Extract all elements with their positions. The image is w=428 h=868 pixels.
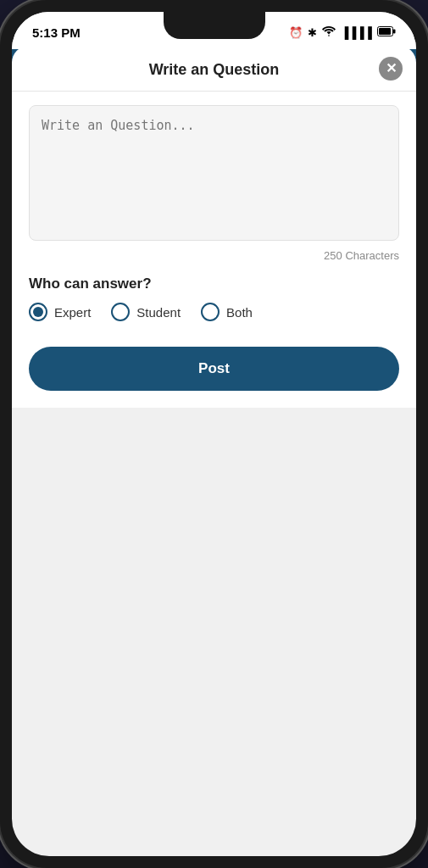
radio-student-label: Student — [136, 305, 181, 320]
radio-both-label: Both — [226, 305, 253, 320]
who-can-answer-label: Who can answer? — [29, 275, 399, 292]
modal-header: Write an Question ✕ — [12, 46, 416, 92]
radio-group: Expert Student Both — [29, 303, 399, 321]
radio-expert[interactable]: Expert — [29, 303, 91, 321]
post-button[interactable]: Post — [29, 347, 399, 391]
svg-rect-1 — [379, 28, 391, 35]
battery-icon — [377, 26, 396, 39]
radio-both[interactable]: Both — [201, 303, 253, 321]
radio-expert-label: Expert — [54, 305, 91, 320]
status-time: 5:13 PM — [32, 25, 81, 40]
wifi-icon — [322, 26, 336, 39]
char-count: 250 Characters — [29, 249, 399, 262]
content-area: Arohi Verma 05 March 2022 Which type of … — [12, 238, 416, 408]
bluetooth-icon: ✱ — [308, 26, 317, 39]
write-question-modal: Write an Question ✕ 250 Characters Who c… — [12, 46, 416, 408]
modal-title: Write an Question — [149, 61, 280, 79]
signal-icon: ▐▐▐▐ — [341, 26, 372, 39]
close-icon: ✕ — [386, 62, 397, 75]
radio-expert-circle — [29, 303, 47, 321]
modal-body: 250 Characters Who can answer? Expert St… — [12, 92, 416, 335]
svg-rect-2 — [393, 29, 396, 33]
radio-student-circle — [111, 303, 130, 321]
radio-expert-inner — [33, 307, 43, 317]
radio-student[interactable]: Student — [111, 303, 181, 321]
question-textarea[interactable] — [29, 105, 399, 241]
status-icons: ⏰ ✱ ▐▐▐▐ — [289, 26, 396, 39]
alarm-icon: ⏰ — [289, 26, 303, 39]
modal-close-button[interactable]: ✕ — [379, 57, 403, 81]
radio-both-circle — [201, 303, 220, 321]
